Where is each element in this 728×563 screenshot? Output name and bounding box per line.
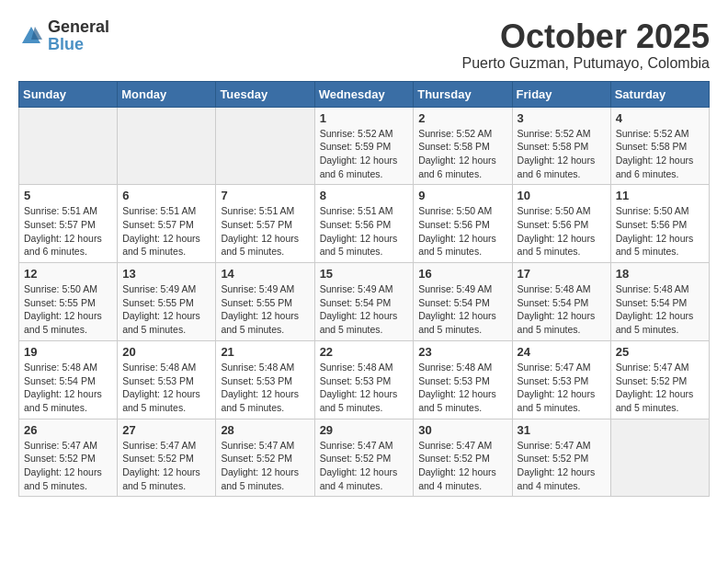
day-cell: 30Sunrise: 5:47 AM Sunset: 5:52 PM Dayli… — [414, 419, 512, 497]
day-cell: 5Sunrise: 5:51 AM Sunset: 5:57 PM Daylig… — [19, 185, 118, 263]
day-number: 11 — [616, 189, 704, 202]
day-number: 14 — [221, 267, 309, 281]
week-row-5: 26Sunrise: 5:47 AM Sunset: 5:52 PM Dayli… — [19, 419, 710, 497]
day-cell: 25Sunrise: 5:47 AM Sunset: 5:52 PM Dayli… — [610, 340, 709, 419]
day-cell — [118, 107, 216, 185]
weekday-header-monday: Monday — [118, 81, 216, 107]
day-number: 22 — [320, 345, 409, 359]
day-number: 9 — [418, 189, 506, 202]
day-info: Sunrise: 5:51 AM Sunset: 5:56 PM Dayligh… — [320, 204, 409, 259]
day-cell: 21Sunrise: 5:48 AM Sunset: 5:53 PM Dayli… — [216, 340, 314, 419]
day-cell: 22Sunrise: 5:48 AM Sunset: 5:53 PM Dayli… — [314, 340, 414, 419]
logo-icon — [18, 23, 44, 49]
day-info: Sunrise: 5:50 AM Sunset: 5:56 PM Dayligh… — [418, 204, 506, 259]
day-number: 25 — [616, 345, 704, 359]
weekday-header-sunday: Sunday — [19, 81, 118, 107]
header: General Blue October 2025 Puerto Guzman,… — [18, 18, 710, 72]
day-info: Sunrise: 5:49 AM Sunset: 5:54 PM Dayligh… — [320, 282, 409, 337]
day-cell: 23Sunrise: 5:48 AM Sunset: 5:53 PM Dayli… — [414, 340, 512, 419]
day-number: 23 — [418, 345, 506, 359]
day-info: Sunrise: 5:49 AM Sunset: 5:55 PM Dayligh… — [221, 282, 309, 337]
day-cell: 18Sunrise: 5:48 AM Sunset: 5:54 PM Dayli… — [610, 263, 709, 341]
day-cell: 29Sunrise: 5:47 AM Sunset: 5:52 PM Dayli… — [314, 419, 414, 497]
day-info: Sunrise: 5:47 AM Sunset: 5:52 PM Dayligh… — [122, 439, 210, 493]
day-info: Sunrise: 5:49 AM Sunset: 5:55 PM Dayligh… — [122, 282, 210, 337]
day-number: 2 — [418, 111, 506, 125]
day-info: Sunrise: 5:52 AM Sunset: 5:59 PM Dayligh… — [320, 127, 409, 181]
day-cell: 12Sunrise: 5:50 AM Sunset: 5:55 PM Dayli… — [19, 263, 118, 341]
day-number: 24 — [518, 345, 606, 359]
day-info: Sunrise: 5:48 AM Sunset: 5:53 PM Dayligh… — [221, 361, 309, 415]
day-info: Sunrise: 5:51 AM Sunset: 5:57 PM Dayligh… — [122, 204, 210, 259]
day-number: 13 — [122, 267, 210, 281]
day-number: 16 — [418, 267, 506, 281]
day-info: Sunrise: 5:51 AM Sunset: 5:57 PM Dayligh… — [24, 204, 112, 259]
week-row-3: 12Sunrise: 5:50 AM Sunset: 5:55 PM Dayli… — [19, 263, 710, 341]
month-title: October 2025 — [462, 18, 710, 55]
weekday-header-tuesday: Tuesday — [216, 81, 314, 107]
day-cell: 7Sunrise: 5:51 AM Sunset: 5:57 PM Daylig… — [216, 185, 314, 263]
day-cell: 19Sunrise: 5:48 AM Sunset: 5:54 PM Dayli… — [19, 340, 118, 419]
day-number: 8 — [320, 189, 409, 202]
day-number: 29 — [320, 423, 409, 437]
logo-text-blue: Blue — [48, 35, 84, 53]
day-number: 31 — [518, 423, 606, 437]
day-info: Sunrise: 5:51 AM Sunset: 5:57 PM Dayligh… — [221, 204, 309, 259]
day-number: 7 — [221, 189, 309, 202]
day-cell: 14Sunrise: 5:49 AM Sunset: 5:55 PM Dayli… — [216, 263, 314, 341]
weekday-header-saturday: Saturday — [610, 81, 709, 107]
day-cell: 31Sunrise: 5:47 AM Sunset: 5:52 PM Dayli… — [512, 419, 610, 497]
day-cell: 24Sunrise: 5:47 AM Sunset: 5:53 PM Dayli… — [512, 340, 610, 419]
day-info: Sunrise: 5:47 AM Sunset: 5:52 PM Dayligh… — [221, 439, 309, 493]
weekday-header-thursday: Thursday — [414, 81, 512, 107]
day-cell: 28Sunrise: 5:47 AM Sunset: 5:52 PM Dayli… — [216, 419, 314, 497]
day-info: Sunrise: 5:49 AM Sunset: 5:54 PM Dayligh… — [418, 282, 506, 337]
day-cell — [610, 419, 709, 497]
day-cell: 17Sunrise: 5:48 AM Sunset: 5:54 PM Dayli… — [512, 263, 610, 341]
day-cell: 11Sunrise: 5:50 AM Sunset: 5:56 PM Dayli… — [610, 185, 709, 263]
day-number: 28 — [221, 423, 309, 437]
day-info: Sunrise: 5:47 AM Sunset: 5:52 PM Dayligh… — [24, 439, 112, 493]
day-info: Sunrise: 5:48 AM Sunset: 5:53 PM Dayligh… — [418, 361, 506, 415]
day-info: Sunrise: 5:47 AM Sunset: 5:52 PM Dayligh… — [518, 439, 606, 493]
day-cell: 10Sunrise: 5:50 AM Sunset: 5:56 PM Dayli… — [512, 185, 610, 263]
week-row-2: 5Sunrise: 5:51 AM Sunset: 5:57 PM Daylig… — [19, 185, 710, 263]
day-cell — [19, 107, 118, 185]
day-cell: 1Sunrise: 5:52 AM Sunset: 5:59 PM Daylig… — [314, 107, 414, 185]
day-info: Sunrise: 5:47 AM Sunset: 5:52 PM Dayligh… — [616, 361, 704, 415]
day-number: 30 — [418, 423, 506, 437]
day-info: Sunrise: 5:50 AM Sunset: 5:56 PM Dayligh… — [616, 204, 704, 259]
day-number: 19 — [24, 345, 112, 359]
day-cell — [216, 107, 314, 185]
day-info: Sunrise: 5:48 AM Sunset: 5:54 PM Dayligh… — [616, 282, 704, 337]
week-row-4: 19Sunrise: 5:48 AM Sunset: 5:54 PM Dayli… — [19, 340, 710, 419]
day-info: Sunrise: 5:52 AM Sunset: 5:58 PM Dayligh… — [616, 127, 704, 181]
location-title: Puerto Guzman, Putumayo, Colombia — [462, 55, 710, 72]
day-info: Sunrise: 5:47 AM Sunset: 5:52 PM Dayligh… — [320, 439, 409, 493]
day-info: Sunrise: 5:50 AM Sunset: 5:55 PM Dayligh… — [24, 282, 112, 337]
day-info: Sunrise: 5:48 AM Sunset: 5:54 PM Dayligh… — [24, 361, 112, 415]
day-number: 27 — [122, 423, 210, 437]
day-number: 6 — [122, 189, 210, 202]
day-info: Sunrise: 5:50 AM Sunset: 5:56 PM Dayligh… — [518, 204, 606, 259]
week-row-1: 1Sunrise: 5:52 AM Sunset: 5:59 PM Daylig… — [19, 107, 710, 185]
day-info: Sunrise: 5:48 AM Sunset: 5:53 PM Dayligh… — [320, 361, 409, 415]
day-info: Sunrise: 5:48 AM Sunset: 5:54 PM Dayligh… — [518, 282, 606, 337]
day-cell: 13Sunrise: 5:49 AM Sunset: 5:55 PM Dayli… — [118, 263, 216, 341]
logo-text-general: General — [48, 17, 109, 36]
day-cell: 26Sunrise: 5:47 AM Sunset: 5:52 PM Dayli… — [19, 419, 118, 497]
day-number: 21 — [221, 345, 309, 359]
day-number: 5 — [24, 189, 112, 202]
day-number: 15 — [320, 267, 409, 281]
day-cell: 2Sunrise: 5:52 AM Sunset: 5:58 PM Daylig… — [414, 107, 512, 185]
day-info: Sunrise: 5:47 AM Sunset: 5:52 PM Dayligh… — [418, 439, 506, 493]
day-cell: 4Sunrise: 5:52 AM Sunset: 5:58 PM Daylig… — [610, 107, 709, 185]
day-cell: 9Sunrise: 5:50 AM Sunset: 5:56 PM Daylig… — [414, 185, 512, 263]
title-area: October 2025 Puerto Guzman, Putumayo, Co… — [462, 18, 710, 72]
weekday-header-wednesday: Wednesday — [314, 81, 414, 107]
logo: General Blue — [18, 18, 109, 53]
day-info: Sunrise: 5:52 AM Sunset: 5:58 PM Dayligh… — [518, 127, 606, 181]
day-number: 1 — [320, 111, 409, 125]
day-cell: 15Sunrise: 5:49 AM Sunset: 5:54 PM Dayli… — [314, 263, 414, 341]
day-cell: 27Sunrise: 5:47 AM Sunset: 5:52 PM Dayli… — [118, 419, 216, 497]
